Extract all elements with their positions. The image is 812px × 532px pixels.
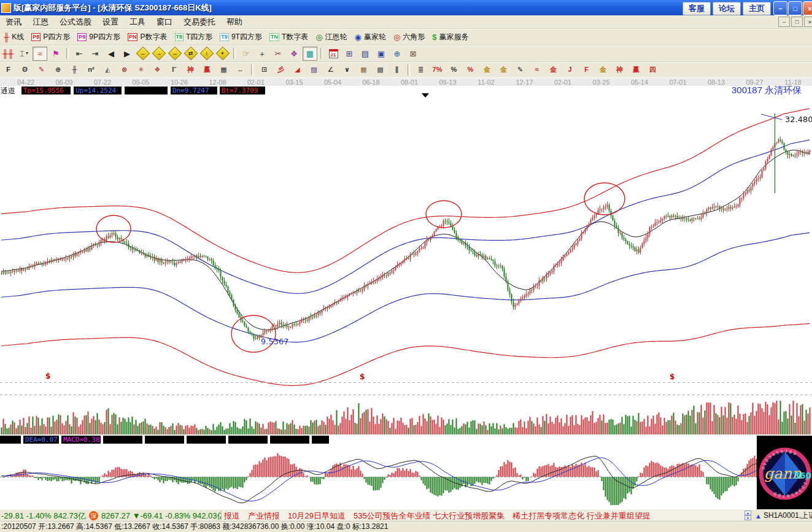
menu-item-5[interactable]: 窗口 bbox=[151, 15, 178, 28]
draw-tool-button[interactable]: ❖ bbox=[287, 47, 301, 61]
shift-right-button[interactable]: → bbox=[152, 47, 166, 61]
shen-grid-button[interactable]: 神 bbox=[183, 64, 198, 76]
ying-angle-button[interactable]: 赢 bbox=[628, 64, 644, 76]
compress-h-button[interactable]: ⇄ bbox=[184, 47, 198, 61]
ruler-f-button[interactable]: F bbox=[1, 64, 16, 76]
quick-button-0[interactable]: 客服 bbox=[682, 2, 711, 15]
winner-wheel-button[interactable]: ◉赢家轮 bbox=[351, 30, 390, 44]
grid-button[interactable]: ▦ bbox=[356, 64, 371, 76]
mdi-close-icon[interactable]: × bbox=[804, 17, 812, 27]
calculator-button[interactable]: ⊞ bbox=[342, 47, 357, 61]
crosshair-button[interactable]: ＋ bbox=[255, 47, 269, 61]
gold-angle-button[interactable]: 金 bbox=[595, 64, 611, 76]
p9-button[interactable]: P99P四方形 bbox=[74, 30, 124, 44]
width-button[interactable]: ↔ bbox=[233, 64, 248, 76]
close-icon[interactable]: × bbox=[803, 1, 812, 15]
news-spinner[interactable]: ▲ ▼ bbox=[744, 511, 751, 520]
quick-button-1[interactable]: 论坛 bbox=[713, 2, 741, 15]
restore-icon[interactable]: □ bbox=[788, 1, 802, 15]
grid-bold-button[interactable]: ▩ bbox=[373, 64, 388, 76]
wave-button[interactable]: ≈ bbox=[529, 64, 544, 76]
percent7-button[interactable]: 7% bbox=[430, 64, 445, 76]
gann-bars-button[interactable]: ≣ bbox=[413, 64, 428, 76]
spiral-button[interactable]: ʘ bbox=[17, 64, 33, 76]
menu-item-6[interactable]: 交易委托 bbox=[178, 15, 221, 28]
save-button[interactable]: ▣ bbox=[374, 47, 389, 61]
web-button[interactable]: ⊕ bbox=[390, 47, 404, 61]
menu-item-1[interactable]: 江恩 bbox=[27, 15, 54, 28]
date-tick: 04-22 bbox=[17, 79, 34, 86]
menu-item-0[interactable]: 资讯 bbox=[0, 15, 27, 28]
fan-box-button[interactable]: ◢ bbox=[290, 64, 305, 76]
order-button[interactable]: ⊠ bbox=[406, 47, 420, 61]
box-star-button[interactable]: ❖ bbox=[150, 64, 165, 76]
expand-h-button[interactable]: ↔ bbox=[168, 47, 182, 61]
bar-chart-button[interactable]: ╫╫ bbox=[1, 47, 15, 61]
quick-button-2[interactable]: 主页 bbox=[743, 2, 771, 15]
news-ticker[interactable]: 报道 产业情报 10月29日早知道 535公司预告全年业绩 七大行业预增股聚集 … bbox=[221, 511, 746, 520]
menu-item-7[interactable]: 帮助 bbox=[221, 15, 248, 28]
next-page-button[interactable]: ▶ bbox=[120, 47, 134, 61]
t9-button[interactable]: T99T四方形 bbox=[216, 30, 266, 44]
mdi-minimize-icon[interactable]: − bbox=[778, 17, 790, 27]
target-button[interactable]: ⊗ bbox=[117, 64, 132, 76]
p4-button[interactable]: P8P四方形 bbox=[28, 30, 74, 44]
compass-pen-button[interactable]: ✎ bbox=[34, 64, 49, 76]
menu-item-2[interactable]: 公式选股 bbox=[54, 15, 97, 28]
expand-v-button[interactable]: ↕ bbox=[199, 47, 214, 61]
menu-item-3[interactable]: 设置 bbox=[97, 15, 124, 28]
first-page-button[interactable]: ⇤ bbox=[72, 47, 87, 61]
last-page-button[interactable]: ⇥ bbox=[88, 47, 102, 61]
calendar-button[interactable]: 21 bbox=[326, 47, 341, 61]
prev-page-button[interactable]: ◀ bbox=[104, 47, 118, 61]
cut-button[interactable]: ✂ bbox=[271, 47, 285, 61]
hexagon-button[interactable]: ◎六角形 bbox=[390, 30, 428, 44]
t4-button[interactable]: T8T四方形 bbox=[171, 30, 217, 44]
percent-line-button[interactable]: % bbox=[463, 64, 478, 76]
dropdown-arrow-icon[interactable]: ▾ bbox=[26, 51, 28, 56]
star-grid-button[interactable]: ✳ bbox=[133, 64, 149, 76]
notes-button[interactable]: ▤ bbox=[358, 47, 373, 61]
pattern-button[interactable]: ▦ bbox=[303, 47, 317, 61]
fan-button[interactable]: 彡 bbox=[273, 64, 288, 76]
spinner-down-icon[interactable]: ▼ bbox=[744, 515, 751, 520]
tn-button[interactable]: TNT数字表 bbox=[266, 30, 312, 44]
scale-button[interactable]: ╫ bbox=[67, 64, 82, 76]
gold-box-button[interactable]: 金 bbox=[546, 64, 561, 76]
gold-circle-button[interactable]: 金 bbox=[479, 64, 495, 76]
zigzag-button[interactable]: ≈ bbox=[33, 47, 47, 61]
i-mark-button[interactable]: I˝ bbox=[166, 64, 182, 76]
menu-item-4[interactable]: 工具 bbox=[124, 15, 151, 28]
hand-button[interactable]: ☞ bbox=[239, 47, 253, 61]
pn-button[interactable]: PNP数字表 bbox=[124, 30, 171, 44]
circle-grid-button[interactable]: ⊕ bbox=[50, 64, 66, 76]
box-tool-button[interactable]: ⊡ bbox=[257, 64, 272, 76]
f-angle-button[interactable]: F bbox=[579, 64, 594, 76]
shen-angle-button[interactable]: 神 bbox=[612, 64, 627, 76]
spinner-up-icon[interactable]: ▲ bbox=[744, 511, 751, 515]
current-index-label[interactable]: ▲ SH1A0001,上证指数 bbox=[755, 511, 812, 521]
kline-button[interactable]: ╫K线 bbox=[0, 30, 28, 44]
main-chart-canvas[interactable] bbox=[0, 86, 812, 509]
mdi-restore-icon[interactable]: □ bbox=[791, 17, 803, 27]
flag-button[interactable]: ⚑ bbox=[48, 47, 63, 61]
brush-button[interactable]: ✎ bbox=[512, 64, 528, 76]
gold-line-button[interactable]: 金 bbox=[496, 64, 511, 76]
si-angle-button[interactable]: 四 bbox=[645, 64, 660, 76]
percent-button[interactable]: % bbox=[446, 64, 462, 76]
candle-type-button[interactable]: ⌶▾ bbox=[17, 47, 31, 61]
j-angle-button[interactable]: J bbox=[562, 64, 578, 76]
shade-box-button[interactable]: ▨ bbox=[306, 64, 322, 76]
num-grid-button[interactable]: ▦ bbox=[216, 64, 231, 76]
mirror-button[interactable]: ◭ bbox=[100, 64, 115, 76]
minimize-icon[interactable]: − bbox=[773, 1, 787, 15]
angle-button[interactable]: ∠ bbox=[323, 64, 338, 76]
vee-button[interactable]: ∨ bbox=[339, 64, 355, 76]
shift-left-button[interactable]: ← bbox=[136, 47, 150, 61]
parallel-button[interactable]: ∥ bbox=[389, 64, 404, 76]
ying-grid-button[interactable]: 赢 bbox=[199, 64, 215, 76]
n2-button[interactable]: n² bbox=[83, 64, 99, 76]
expand-all-button[interactable]: + bbox=[215, 47, 230, 61]
gann-wheel-button[interactable]: ◎江恩轮 bbox=[312, 30, 350, 44]
service-dollar-button[interactable]: $赢家服务 bbox=[428, 30, 472, 44]
